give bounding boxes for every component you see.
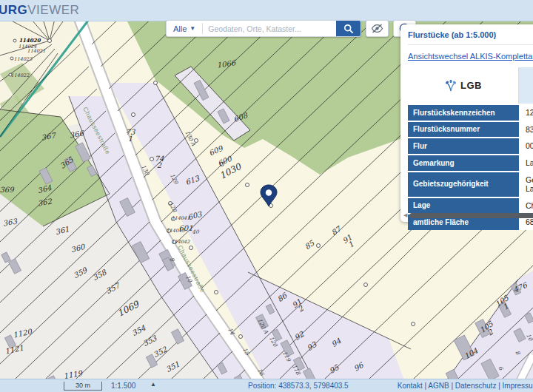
attribute-label: Flurstücksnummer xyxy=(408,122,519,138)
scale-dropdown-caret[interactable]: ▲ xyxy=(150,381,156,388)
parcel-number-label: 114041 xyxy=(172,215,190,221)
panel-horizontal-scrollbar: ◀ xyxy=(403,212,533,219)
parcel-number-label: 40 xyxy=(192,229,200,235)
search-box: Alle ▼ xyxy=(166,20,361,37)
feature-info-panel: Flurstücke (ab 1:5.000) Ansichtswechsel … xyxy=(400,24,533,222)
attribute-row: GebietszugehörigkeitGemeinde: L Landkrei… xyxy=(408,172,533,197)
attribute-row: Flurstücksnummer83 xyxy=(408,122,533,138)
attribute-label: Gebietszugehörigkeit xyxy=(408,172,519,197)
parcel-number-label: 114023 xyxy=(14,56,33,62)
attribute-value: Langewahl xyxy=(519,155,533,171)
parcel-number-label: 369 xyxy=(0,186,15,194)
app-logo-rest: VIEWER xyxy=(27,3,79,17)
tab-angaben[interactable]: Angaben xyxy=(519,67,533,104)
search-bar: Alle ▼ ? xyxy=(166,20,416,37)
status-bar: 30 m 1:1.500 ▲ Position: 438573.3, 57984… xyxy=(0,379,533,392)
scroll-left-arrow[interactable]: ◀ xyxy=(403,212,407,219)
app-logo-bold: URG xyxy=(0,3,27,17)
search-input[interactable] xyxy=(203,21,336,36)
attribute-value: Gemeinde: L Landkreis: O xyxy=(519,172,533,197)
footer-links[interactable]: Kontakt | AGNB | Datenschutz | Impressum xyxy=(398,382,533,390)
toggle-layers-visibility-button[interactable] xyxy=(366,20,389,37)
panel-title: Flurstücke (ab 1:5.000) xyxy=(408,30,533,45)
attribute-table: LGB Angaben Flurstücks­kennzeichen122428… xyxy=(408,66,533,232)
lgb-logo: LGB xyxy=(408,67,519,104)
search-filter-dropdown[interactable]: Alle ▼ xyxy=(167,21,202,36)
parcel-number-label: 114022 xyxy=(11,72,30,78)
alkis-view-switch-link[interactable]: Ansichtswechsel ALKIS-Komplettangabe xyxy=(408,52,533,61)
scrollbar-thumb[interactable] xyxy=(409,213,533,218)
scale-bar: 30 m xyxy=(64,382,102,391)
search-filter-label: Alle xyxy=(173,24,187,33)
magnifier-icon xyxy=(343,24,354,34)
lgb-brand-label: LGB xyxy=(460,80,482,92)
search-button[interactable] xyxy=(336,21,361,36)
parcel-number-label: 114043 xyxy=(167,228,186,234)
eye-slash-icon xyxy=(371,24,383,33)
attribute-label: Flurstücks­kennzeichen xyxy=(408,105,519,121)
app-logo: URGVIEWER xyxy=(0,3,79,18)
attribute-row: Flurstücks­kennzeichen1224280010 xyxy=(408,105,533,121)
parcel-number-label: 114021 xyxy=(27,48,46,54)
parcel-number-label: 114020 xyxy=(19,37,41,44)
attribute-value: 001 xyxy=(519,138,533,154)
cursor-position: Position: 438573.3, 5798403.5 xyxy=(248,382,349,390)
parcel-number-label: 114042 xyxy=(172,239,191,245)
attribute-row: GemarkungLangewahl xyxy=(408,155,533,171)
attribute-row: Flur001 xyxy=(408,138,533,154)
scale-ratio: 1:1.500 xyxy=(111,382,135,390)
attribute-value: 1224280010 xyxy=(519,105,533,121)
attribute-label: Gemarkung xyxy=(408,155,519,171)
lgb-emblem-icon xyxy=(444,79,457,92)
attribute-value: 83 xyxy=(519,122,533,138)
attribute-label: Flur xyxy=(408,138,519,154)
app-header: URGVIEWER xyxy=(0,0,533,21)
chevron-down-icon: ▼ xyxy=(190,25,195,32)
